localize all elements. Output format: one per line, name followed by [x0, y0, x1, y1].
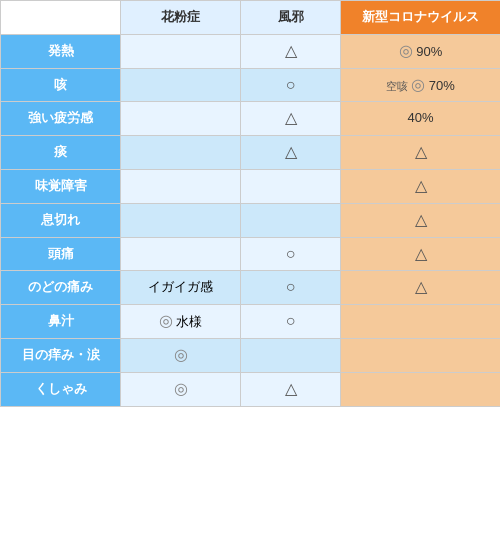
kaze-cell: [241, 68, 341, 102]
kaze-cell: [241, 372, 341, 406]
corona-cell: [341, 136, 501, 170]
table-row: 息切れ: [1, 203, 501, 237]
table-row: 痰: [1, 136, 501, 170]
kaze-cell: [241, 203, 341, 237]
kafun-cell: [121, 203, 241, 237]
circle-icon: [286, 247, 296, 262]
kafun-cell: [121, 237, 241, 271]
circle-icon: [286, 78, 296, 93]
circle-icon: [286, 280, 296, 295]
corona-cell: [341, 271, 501, 305]
triangle-icon: [415, 145, 427, 160]
triangle-icon: [285, 111, 297, 126]
table-row: 鼻汁 水様: [1, 305, 501, 339]
corona-cell: [341, 170, 501, 204]
comparison-table: 花粉症 風邪 新型コロナウイルス 発熱 90%咳空咳 70%強い疲労感40%痰味…: [0, 0, 500, 407]
triangle-icon: [285, 145, 297, 160]
triangle-icon: [415, 179, 427, 194]
kafun-cell: [121, 34, 241, 68]
symptom-label: 息切れ: [1, 203, 121, 237]
kafun-cell: [121, 372, 241, 406]
triangle-icon: [285, 382, 297, 397]
kaze-cell: [241, 271, 341, 305]
header-corona: 新型コロナウイルス: [341, 1, 501, 35]
symptom-label: 味覚障害: [1, 170, 121, 204]
triangle-icon: [415, 247, 427, 262]
corona-cell: [341, 372, 501, 406]
kafun-cell: [121, 339, 241, 373]
kafun-note: 水様: [173, 314, 203, 329]
corona-cell: [341, 339, 501, 373]
table-row: 強い疲労感40%: [1, 102, 501, 136]
corona-cell: [341, 305, 501, 339]
table-row: 目の痒み・涙: [1, 339, 501, 373]
table-row: 咳空咳 70%: [1, 68, 501, 102]
corona-cell: [341, 203, 501, 237]
table-row: 発熱 90%: [1, 34, 501, 68]
kaze-cell: [241, 170, 341, 204]
header-kaze: 風邪: [241, 1, 341, 35]
symptom-label: 鼻汁: [1, 305, 121, 339]
circle-dot-icon: [411, 78, 425, 93]
circle-dot-icon: [174, 382, 188, 397]
triangle-icon: [415, 280, 427, 295]
header-symptom: [1, 1, 121, 35]
percent-value: 90%: [413, 44, 443, 59]
table-row: くしゃみ: [1, 372, 501, 406]
kafun-cell: [121, 68, 241, 102]
triangle-icon: [285, 44, 297, 59]
corona-cell: 40%: [341, 102, 501, 136]
circle-icon: [286, 314, 296, 329]
kafun-cell: [121, 170, 241, 204]
symptom-label: 痰: [1, 136, 121, 170]
kaze-cell: [241, 34, 341, 68]
symptom-label: 咳: [1, 68, 121, 102]
symptom-label: 頭痛: [1, 237, 121, 271]
table-row: 味覚障害: [1, 170, 501, 204]
table-row: 頭痛: [1, 237, 501, 271]
table-row: のどの痛み イガイガ感: [1, 271, 501, 305]
kaze-cell: [241, 102, 341, 136]
corona-note: 空咳: [386, 80, 411, 92]
table-header: 花粉症 風邪 新型コロナウイルス: [1, 1, 501, 35]
kafun-cell: [121, 102, 241, 136]
kafun-cell: [121, 136, 241, 170]
kaze-cell: [241, 136, 341, 170]
symptom-label: くしゃみ: [1, 372, 121, 406]
kaze-cell: [241, 237, 341, 271]
circle-dot-icon: [159, 314, 173, 329]
kaze-cell: [241, 305, 341, 339]
percent-value: 70%: [425, 78, 455, 93]
kafun-cell: イガイガ感: [121, 271, 241, 305]
header-kafun: 花粉症: [121, 1, 241, 35]
kafun-note: イガイガ感: [148, 279, 213, 294]
corona-cell: 空咳 70%: [341, 68, 501, 102]
symptom-label: のどの痛み: [1, 271, 121, 305]
corona-cell: 90%: [341, 34, 501, 68]
circle-dot-icon: [174, 348, 188, 363]
kaze-cell: [241, 339, 341, 373]
triangle-icon: [415, 213, 427, 228]
corona-cell: [341, 237, 501, 271]
percent-value: 40%: [407, 110, 433, 125]
symptom-label: 発熱: [1, 34, 121, 68]
circle-dot-icon: [399, 44, 413, 59]
kafun-cell: 水様: [121, 305, 241, 339]
symptom-label: 強い疲労感: [1, 102, 121, 136]
symptom-label: 目の痒み・涙: [1, 339, 121, 373]
